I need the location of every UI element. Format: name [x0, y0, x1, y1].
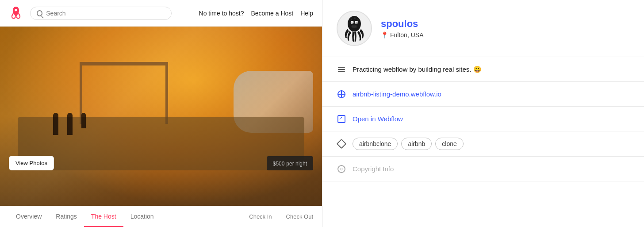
tab-ratings[interactable]: Ratings: [49, 206, 84, 227]
svg-point-9: [357, 19, 359, 21]
tab-overview[interactable]: Overview: [9, 206, 49, 227]
become-host-link[interactable]: Become a Host: [251, 10, 293, 17]
avatar: [337, 11, 372, 46]
svg-point-8: [354, 17, 356, 19]
globe-circle-icon: [337, 90, 345, 98]
copyright-circle-icon: c: [337, 165, 345, 173]
location-pin-icon: 📍: [381, 31, 388, 38]
website-row: airbnb-listing-demo.webflow.io: [322, 82, 644, 107]
tab-ratings-link[interactable]: Ratings: [56, 213, 77, 220]
search-input[interactable]: [46, 10, 165, 17]
profile-location: 📍 Fulton, USA: [381, 31, 423, 38]
hamburger-icon: [337, 65, 346, 74]
diamond-icon: [337, 139, 347, 149]
website-link[interactable]: airbnb-listing-demo.webflow.io: [353, 90, 441, 98]
globe-icon: [337, 89, 346, 99]
search-bar[interactable]: [30, 7, 172, 20]
webflow-row: Open in Webflow: [322, 107, 644, 131]
bio-row: Practicing webflow by building real site…: [322, 57, 644, 82]
tab-the-host[interactable]: The Host: [84, 206, 123, 227]
silhouette-2: [67, 113, 73, 135]
price-unit: per night: [286, 161, 307, 167]
hero-silhouettes: [53, 113, 86, 135]
tab-location-link[interactable]: Location: [130, 213, 154, 220]
webflow-link[interactable]: Open in Webflow: [353, 115, 403, 123]
tab-the-host-link[interactable]: The Host: [91, 213, 116, 220]
tag-clone[interactable]: clone: [435, 138, 463, 150]
tab-location[interactable]: Location: [123, 206, 161, 227]
tab-overview-link[interactable]: Overview: [16, 213, 42, 220]
tags-row: airbnbclone airbnb clone: [322, 131, 644, 157]
airbnb-logo[interactable]: [9, 6, 23, 20]
help-link[interactable]: Help: [300, 10, 313, 17]
diamond-icon-container: [337, 139, 346, 149]
avatar-image: [339, 13, 369, 43]
price-value: $500: [273, 161, 285, 167]
profile-header: spoulos 📍 Fulton, USA: [322, 0, 644, 57]
copyright-icon-container: c: [337, 164, 346, 174]
svg-point-10: [351, 25, 357, 28]
price-badge: $500 per night: [267, 156, 313, 170]
svg-point-6: [356, 22, 357, 23]
profile-username[interactable]: spoulos: [381, 18, 423, 30]
tag-airbnb[interactable]: airbnb: [401, 138, 432, 150]
bio-text: Practicing webflow by building real site…: [353, 65, 482, 73]
right-panel: spoulos 📍 Fulton, USA Practicing webflow…: [322, 0, 644, 227]
check-section: Check In Check Out: [249, 213, 313, 220]
hero-image: View Photos $500 per night: [0, 27, 322, 206]
location-text: Fulton, USA: [390, 31, 423, 38]
no-time-to-host-link[interactable]: No time to host?: [199, 10, 244, 17]
left-panel: No time to host? Become a Host Help View…: [0, 0, 322, 227]
tags-container: airbnbclone airbnb clone: [353, 138, 464, 150]
search-icon: [37, 10, 42, 16]
silhouette-1: [53, 113, 58, 135]
webflow-icon-container: [337, 114, 346, 124]
profile-info: spoulos 📍 Fulton, USA: [381, 18, 423, 38]
hero-pergola-decoration: [80, 62, 168, 124]
check-out-label: Check Out: [286, 213, 313, 220]
copyright-text: Copyright Info: [353, 165, 394, 173]
webflow-icon: [337, 115, 345, 123]
svg-point-7: [351, 19, 352, 20]
navigation: No time to host? Become a Host Help: [0, 0, 322, 27]
check-in-label: Check In: [249, 213, 272, 220]
copyright-row: c Copyright Info: [322, 157, 644, 181]
nav-links: No time to host? Become a Host Help: [199, 10, 313, 17]
menu-lines-icon: [338, 67, 345, 72]
svg-point-5: [352, 22, 353, 23]
view-photos-button[interactable]: View Photos: [9, 156, 54, 170]
listing-tabs: Overview Ratings The Host Location Check…: [0, 206, 322, 227]
silhouette-dog: [81, 113, 86, 128]
tag-airbnbclone[interactable]: airbnbclone: [353, 138, 398, 150]
